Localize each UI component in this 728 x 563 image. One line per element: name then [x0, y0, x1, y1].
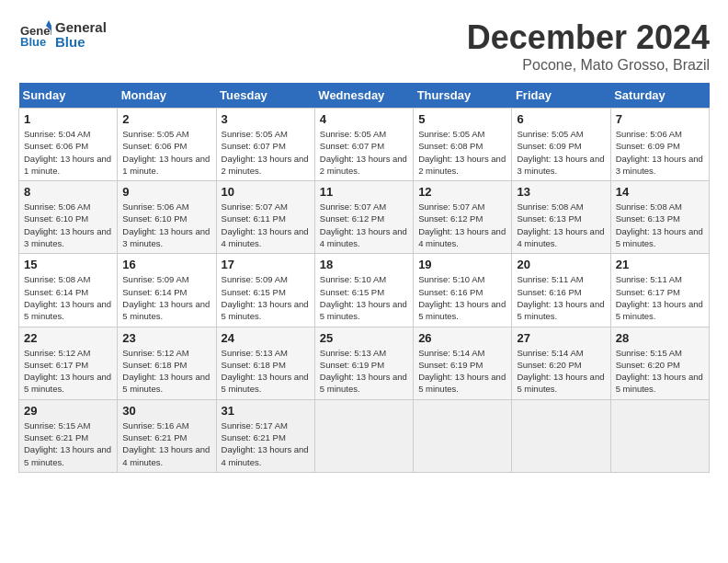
day-number: 19: [418, 258, 506, 271]
day-number: 3: [222, 112, 310, 126]
day-info: Sunrise: 5:12 AMSunset: 6:18 PMDaylight:…: [122, 347, 210, 396]
day-info: Sunrise: 5:12 AMSunset: 6:17 PMDaylight:…: [24, 347, 112, 396]
day-info: Sunrise: 5:15 AMSunset: 6:20 PMDaylight:…: [616, 347, 704, 396]
calendar-cell: [610, 399, 709, 472]
day-number: 18: [320, 258, 408, 271]
day-info: Sunrise: 5:05 AMSunset: 6:07 PMDaylight:…: [320, 128, 408, 177]
calendar-week-row: 22Sunrise: 5:12 AMSunset: 6:17 PMDayligh…: [19, 327, 710, 399]
calendar-cell: [414, 399, 512, 472]
day-number: 28: [616, 331, 704, 345]
calendar-cell: 31Sunrise: 5:17 AMSunset: 6:21 PMDayligh…: [216, 399, 314, 472]
day-number: 8: [24, 185, 112, 199]
day-info: Sunrise: 5:08 AMSunset: 6:13 PMDaylight:…: [616, 201, 704, 249]
calendar-cell: 6Sunrise: 5:05 AMSunset: 6:09 PMDaylight…: [512, 109, 610, 181]
day-number: 30: [122, 404, 210, 418]
calendar-cell: 12Sunrise: 5:07 AMSunset: 6:12 PMDayligh…: [414, 181, 512, 254]
calendar-cell: 15Sunrise: 5:08 AMSunset: 6:14 PMDayligh…: [19, 254, 118, 327]
calendar-cell: 25Sunrise: 5:13 AMSunset: 6:19 PMDayligh…: [314, 327, 413, 399]
day-of-week-header: Friday: [512, 83, 610, 109]
day-number: 5: [418, 112, 506, 126]
day-number: 7: [616, 112, 704, 126]
day-number: 25: [320, 331, 408, 345]
calendar-cell: 14Sunrise: 5:08 AMSunset: 6:13 PMDayligh…: [610, 181, 709, 254]
calendar-cell: 29Sunrise: 5:15 AMSunset: 6:21 PMDayligh…: [19, 399, 118, 472]
day-number: 6: [517, 112, 605, 126]
day-number: 16: [122, 258, 210, 271]
calendar-header-row: SundayMondayTuesdayWednesdayThursdayFrid…: [19, 83, 710, 109]
calendar-cell: 21Sunrise: 5:11 AMSunset: 6:17 PMDayligh…: [610, 254, 709, 327]
day-info: Sunrise: 5:07 AMSunset: 6:12 PMDaylight:…: [418, 201, 506, 249]
day-info: Sunrise: 5:04 AMSunset: 6:06 PMDaylight:…: [24, 128, 112, 177]
calendar-cell: 24Sunrise: 5:13 AMSunset: 6:18 PMDayligh…: [216, 327, 314, 399]
day-number: 23: [122, 331, 210, 345]
calendar-cell: 13Sunrise: 5:08 AMSunset: 6:13 PMDayligh…: [512, 181, 610, 254]
calendar-table: SundayMondayTuesdayWednesdayThursdayFrid…: [18, 83, 710, 473]
page-header: General Blue General Blue December 2024 …: [18, 18, 710, 74]
day-number: 1: [24, 112, 112, 126]
calendar-cell: 18Sunrise: 5:10 AMSunset: 6:15 PMDayligh…: [314, 254, 413, 327]
day-info: Sunrise: 5:13 AMSunset: 6:19 PMDaylight:…: [320, 347, 408, 396]
day-info: Sunrise: 5:07 AMSunset: 6:12 PMDaylight:…: [320, 201, 408, 249]
calendar-week-row: 8Sunrise: 5:06 AMSunset: 6:10 PMDaylight…: [19, 181, 710, 254]
day-info: Sunrise: 5:17 AMSunset: 6:21 PMDaylight:…: [222, 419, 310, 468]
day-of-week-header: Thursday: [414, 83, 512, 109]
calendar-cell: 8Sunrise: 5:06 AMSunset: 6:10 PMDaylight…: [19, 181, 118, 254]
calendar-week-row: 15Sunrise: 5:08 AMSunset: 6:14 PMDayligh…: [19, 254, 710, 327]
day-info: Sunrise: 5:05 AMSunset: 6:08 PMDaylight:…: [418, 128, 506, 177]
day-info: Sunrise: 5:16 AMSunset: 6:21 PMDaylight:…: [122, 419, 210, 468]
calendar-cell: 27Sunrise: 5:14 AMSunset: 6:20 PMDayligh…: [512, 327, 610, 399]
day-info: Sunrise: 5:15 AMSunset: 6:21 PMDaylight:…: [24, 419, 112, 468]
day-number: 12: [418, 185, 506, 199]
logo-line2: Blue: [55, 35, 107, 51]
calendar-cell: 2Sunrise: 5:05 AMSunset: 6:06 PMDaylight…: [118, 109, 216, 181]
calendar-cell: 10Sunrise: 5:07 AMSunset: 6:11 PMDayligh…: [216, 181, 314, 254]
day-info: Sunrise: 5:05 AMSunset: 6:06 PMDaylight:…: [122, 128, 210, 177]
month-title: December 2024: [467, 18, 710, 57]
calendar-cell: 23Sunrise: 5:12 AMSunset: 6:18 PMDayligh…: [118, 327, 216, 399]
day-number: 15: [24, 258, 112, 271]
calendar-week-row: 1Sunrise: 5:04 AMSunset: 6:06 PMDaylight…: [19, 109, 710, 181]
calendar-cell: 28Sunrise: 5:15 AMSunset: 6:20 PMDayligh…: [610, 327, 709, 399]
calendar-week-row: 29Sunrise: 5:15 AMSunset: 6:21 PMDayligh…: [19, 399, 710, 472]
calendar-cell: 11Sunrise: 5:07 AMSunset: 6:12 PMDayligh…: [314, 181, 413, 254]
day-number: 4: [320, 112, 408, 126]
title-block: December 2024 Pocone, Mato Grosso, Brazi…: [467, 18, 710, 74]
day-number: 27: [517, 331, 605, 345]
calendar-cell: 1Sunrise: 5:04 AMSunset: 6:06 PMDaylight…: [19, 109, 118, 181]
calendar-cell: 16Sunrise: 5:09 AMSunset: 6:14 PMDayligh…: [118, 254, 216, 327]
day-info: Sunrise: 5:14 AMSunset: 6:20 PMDaylight:…: [517, 347, 605, 396]
day-number: 31: [222, 404, 310, 418]
day-number: 24: [222, 331, 310, 345]
day-info: Sunrise: 5:06 AMSunset: 6:09 PMDaylight:…: [616, 128, 704, 177]
day-number: 13: [517, 185, 605, 199]
day-number: 29: [24, 404, 112, 418]
day-info: Sunrise: 5:05 AMSunset: 6:07 PMDaylight:…: [222, 128, 310, 177]
day-info: Sunrise: 5:09 AMSunset: 6:15 PMDaylight:…: [222, 273, 310, 322]
day-number: 26: [418, 331, 506, 345]
calendar-cell: 4Sunrise: 5:05 AMSunset: 6:07 PMDaylight…: [314, 109, 413, 181]
calendar-cell: 22Sunrise: 5:12 AMSunset: 6:17 PMDayligh…: [19, 327, 118, 399]
calendar-cell: 26Sunrise: 5:14 AMSunset: 6:19 PMDayligh…: [414, 327, 512, 399]
day-info: Sunrise: 5:09 AMSunset: 6:14 PMDaylight:…: [122, 273, 210, 322]
logo: General Blue General Blue: [18, 18, 107, 52]
calendar-cell: 30Sunrise: 5:16 AMSunset: 6:21 PMDayligh…: [118, 399, 216, 472]
day-of-week-header: Sunday: [19, 83, 118, 109]
day-info: Sunrise: 5:08 AMSunset: 6:14 PMDaylight:…: [24, 273, 112, 322]
day-of-week-header: Tuesday: [216, 83, 314, 109]
day-number: 20: [517, 258, 605, 271]
calendar-cell: 19Sunrise: 5:10 AMSunset: 6:16 PMDayligh…: [414, 254, 512, 327]
day-info: Sunrise: 5:11 AMSunset: 6:16 PMDaylight:…: [517, 273, 605, 322]
day-info: Sunrise: 5:13 AMSunset: 6:18 PMDaylight:…: [222, 347, 310, 396]
svg-text:Blue: Blue: [20, 35, 46, 49]
day-info: Sunrise: 5:06 AMSunset: 6:10 PMDaylight:…: [122, 201, 210, 249]
day-of-week-header: Wednesday: [314, 83, 413, 109]
location-subtitle: Pocone, Mato Grosso, Brazil: [467, 57, 710, 74]
logo-line1: General: [55, 20, 107, 36]
day-number: 11: [320, 185, 408, 199]
day-of-week-header: Saturday: [610, 83, 709, 109]
day-info: Sunrise: 5:07 AMSunset: 6:11 PMDaylight:…: [222, 201, 310, 249]
day-number: 22: [24, 331, 112, 345]
day-info: Sunrise: 5:06 AMSunset: 6:10 PMDaylight:…: [24, 201, 112, 249]
day-number: 10: [222, 185, 310, 199]
day-number: 9: [122, 185, 210, 199]
